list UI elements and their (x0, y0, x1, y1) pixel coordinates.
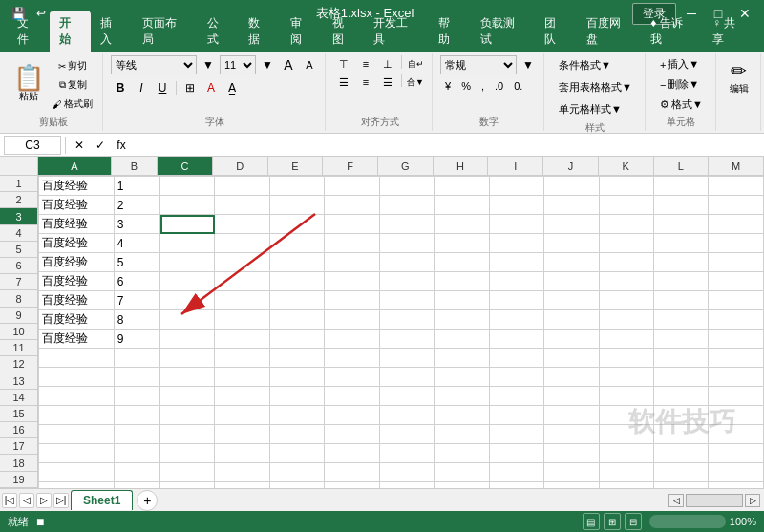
cell-E2[interactable] (269, 196, 324, 215)
cell-C6[interactable] (160, 272, 215, 291)
insert-cells-btn[interactable]: + 插入▼ (653, 55, 706, 74)
font-size-select[interactable]: 11 (220, 55, 256, 74)
copy-button[interactable]: ⧉ 复制 (49, 76, 96, 94)
cell-M11[interactable] (709, 368, 764, 387)
cell-L12[interactable] (653, 387, 708, 406)
cell-M15[interactable] (709, 444, 764, 463)
col-header-M[interactable]: M (709, 157, 764, 175)
cell-J15[interactable] (544, 444, 599, 463)
cell-H9[interactable] (435, 330, 489, 349)
cell-H14[interactable] (435, 425, 489, 444)
cell-B17[interactable] (114, 482, 159, 489)
increase-font-btn[interactable]: A (279, 55, 298, 74)
cell-G1[interactable] (379, 177, 434, 196)
cell-L8[interactable] (653, 310, 708, 330)
cell-K9[interactable] (599, 330, 653, 349)
cell-E10[interactable] (269, 349, 324, 368)
cell-E14[interactable] (269, 425, 324, 444)
font-size-dropdown[interactable]: ▼ (258, 55, 277, 74)
cell-J2[interactable] (544, 196, 599, 215)
row-header-18[interactable]: 18 (0, 455, 37, 471)
add-sheet-button[interactable]: + (137, 490, 158, 511)
cell-G7[interactable] (379, 291, 434, 310)
cell-H10[interactable] (435, 349, 489, 368)
cell-C13[interactable] (160, 406, 215, 425)
cell-C9[interactable] (160, 330, 215, 349)
cell-F16[interactable] (325, 463, 379, 482)
cell-M13[interactable] (709, 406, 764, 425)
cell-I7[interactable] (489, 291, 543, 310)
tab-baidu-disk[interactable]: 百度网盘 (577, 11, 641, 52)
cell-D1[interactable] (215, 177, 269, 196)
cell-J5[interactable] (544, 253, 599, 272)
format-cells-btn[interactable]: ⚙ 格式▼ (653, 96, 710, 114)
cell-E1[interactable] (269, 177, 324, 196)
decrease-decimal-btn[interactable]: 0. (509, 78, 527, 94)
cell-F15[interactable] (325, 444, 379, 463)
cell-J13[interactable] (544, 406, 599, 425)
cell-C8[interactable] (160, 310, 215, 330)
col-header-F[interactable]: F (323, 157, 378, 175)
cell-L14[interactable] (653, 425, 708, 444)
normal-view-btn[interactable]: ▤ (583, 513, 600, 530)
cell-A14[interactable] (39, 425, 115, 444)
cell-D15[interactable] (215, 444, 269, 463)
center-align-btn[interactable]: ≡ (355, 74, 376, 91)
cell-K4[interactable] (599, 234, 653, 253)
comma-btn[interactable]: , (477, 78, 489, 94)
cell-A10[interactable] (39, 349, 115, 368)
cell-F7[interactable] (325, 291, 379, 310)
cell-F10[interactable] (325, 349, 379, 368)
cell-F6[interactable] (325, 272, 379, 291)
cell-L10[interactable] (653, 349, 708, 368)
cell-G10[interactable] (379, 349, 434, 368)
cell-L15[interactable] (653, 444, 708, 463)
col-header-I[interactable]: I (488, 157, 543, 175)
cell-D11[interactable] (215, 368, 269, 387)
increase-decimal-btn[interactable]: .0 (490, 78, 508, 94)
formula-insert-icon[interactable]: fx (112, 136, 131, 155)
cell-A15[interactable] (39, 444, 115, 463)
cell-F1[interactable] (325, 177, 379, 196)
cell-M4[interactable] (709, 234, 764, 253)
scrollbar-track[interactable] (686, 494, 743, 507)
cell-L16[interactable] (653, 463, 708, 482)
cell-G15[interactable] (379, 444, 434, 463)
cell-D9[interactable] (215, 330, 269, 349)
cell-M5[interactable] (709, 253, 764, 272)
cell-G3[interactable] (379, 215, 434, 234)
tab-file[interactable]: 文件 (8, 11, 50, 52)
row-header-5[interactable]: 5 (0, 242, 37, 258)
cell-K12[interactable] (599, 387, 653, 406)
cell-I9[interactable] (489, 330, 543, 349)
tab-share[interactable]: ♀ 共享 (703, 11, 756, 52)
font-name-select[interactable]: 等线 (111, 55, 197, 74)
cell-F4[interactable] (325, 234, 379, 253)
cell-B1[interactable]: 1 (114, 177, 159, 196)
cell-F13[interactable] (325, 406, 379, 425)
decrease-font-btn[interactable]: A (300, 55, 319, 74)
cell-H13[interactable] (435, 406, 489, 425)
cell-C4[interactable] (160, 234, 215, 253)
row-header-12[interactable]: 12 (0, 356, 37, 372)
cell-I11[interactable] (489, 368, 543, 387)
row-header-11[interactable]: 11 (0, 340, 37, 356)
cell-G5[interactable] (379, 253, 434, 272)
cell-K3[interactable] (599, 215, 653, 234)
cell-M7[interactable] (709, 291, 764, 310)
cell-J6[interactable] (544, 272, 599, 291)
col-header-A[interactable]: A (38, 157, 112, 175)
cell-C11[interactable] (160, 368, 215, 387)
cell-H4[interactable] (435, 234, 489, 253)
cell-B7[interactable]: 7 (114, 291, 159, 310)
cell-G9[interactable] (379, 330, 434, 349)
cell-F12[interactable] (325, 387, 379, 406)
cell-C2[interactable] (160, 196, 215, 215)
cell-J17[interactable] (544, 482, 599, 489)
percent-btn[interactable]: % (456, 78, 476, 94)
tab-view[interactable]: 视图 (323, 11, 365, 52)
tab-layout[interactable]: 页面布局 (133, 11, 197, 52)
cell-K15[interactable] (599, 444, 653, 463)
row-header-8[interactable]: 8 (0, 290, 37, 307)
cell-B3[interactable]: 3 (114, 215, 159, 234)
